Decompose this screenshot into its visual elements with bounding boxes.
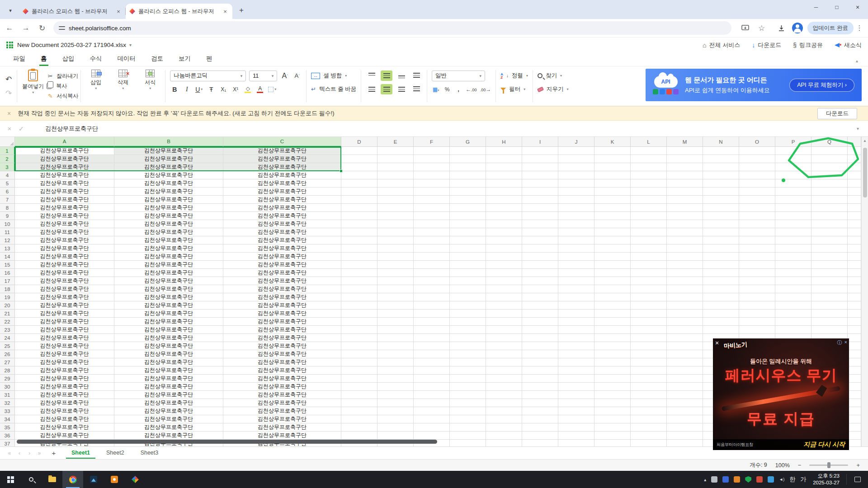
cell[interactable]: 김천상무프로축구단	[114, 391, 223, 399]
cell[interactable]	[522, 432, 558, 440]
cell[interactable]	[558, 334, 594, 342]
clear-chevron-icon[interactable]	[566, 87, 568, 91]
cell[interactable]: 김천상무프로축구단	[114, 350, 223, 358]
cell[interactable]	[631, 326, 667, 334]
cell[interactable]	[739, 261, 775, 269]
cell[interactable]	[450, 391, 486, 399]
cell[interactable]	[775, 326, 811, 334]
cell[interactable]	[811, 220, 848, 228]
cell[interactable]: 김천상무프로축구단	[223, 342, 341, 350]
cell[interactable]	[703, 228, 739, 236]
cell[interactable]	[739, 147, 775, 155]
menu-item-보기[interactable]: 보기	[171, 52, 198, 66]
cell[interactable]: 김천상무프로축구단	[223, 171, 341, 179]
cell[interactable]	[594, 415, 631, 423]
cell[interactable]	[414, 204, 450, 212]
address-bar[interactable]: sheet.polarisoffice.com	[53, 21, 731, 35]
cell[interactable]	[558, 366, 594, 375]
ad-cta-badge[interactable]: 지금 다시 시작	[803, 441, 845, 449]
cell[interactable]	[631, 423, 667, 432]
cell[interactable]	[341, 188, 377, 196]
cell[interactable]	[594, 350, 631, 358]
cell[interactable]: 김천상무프로축구단	[15, 228, 114, 236]
cell[interactable]	[703, 163, 739, 171]
formula-input[interactable]: 김천상무프로축구단	[45, 125, 98, 133]
vertical-scrollbar[interactable]	[861, 137, 868, 446]
bold-button[interactable]: B	[170, 84, 179, 94]
polaris-app-button[interactable]	[125, 471, 146, 488]
cell[interactable]	[450, 236, 486, 244]
merge-cells-button[interactable]: 셀 병합	[323, 72, 342, 80]
cell[interactable]: 김천상무프로축구단	[223, 350, 341, 358]
ad-banner[interactable]: ⓘ 마비노기 돌아온 밀레시안을 위해 페러시우스 무기 무료 지급 처음부터아…	[713, 338, 849, 450]
cell[interactable]	[341, 301, 377, 310]
first-sheet-icon[interactable]	[5, 450, 14, 456]
cell[interactable]	[522, 375, 558, 383]
cell[interactable]: 김천상무프로축구단	[114, 228, 223, 236]
fill-handle[interactable]	[340, 169, 343, 173]
cell[interactable]	[341, 350, 377, 358]
cell[interactable]: 김천상무프로축구단	[223, 155, 341, 163]
row-header[interactable]: 17	[0, 277, 15, 285]
cell[interactable]	[414, 423, 450, 432]
install-app-icon[interactable]	[739, 21, 752, 35]
cell[interactable]	[377, 366, 414, 375]
cell[interactable]: 김천상무프로축구단	[114, 415, 223, 423]
cell[interactable]	[775, 269, 811, 277]
cell[interactable]	[522, 269, 558, 277]
cell[interactable]	[775, 155, 811, 163]
row-header[interactable]: 20	[0, 301, 15, 310]
cell[interactable]	[486, 285, 522, 293]
format-chevron-icon[interactable]	[149, 88, 151, 89]
cell[interactable]	[775, 228, 811, 236]
cell[interactable]	[667, 399, 703, 407]
cell[interactable]: 김천상무프로축구단	[15, 334, 114, 342]
cell[interactable]	[522, 301, 558, 310]
cell[interactable]	[594, 212, 631, 220]
cell[interactable]	[594, 366, 631, 375]
cell[interactable]	[703, 301, 739, 310]
cell[interactable]	[811, 261, 848, 269]
cell[interactable]	[667, 171, 703, 179]
zoom-out-button[interactable]	[798, 462, 802, 469]
new-tab-button[interactable]	[235, 4, 248, 17]
last-sheet-icon[interactable]	[34, 450, 44, 456]
cell[interactable]: 김천상무프로축구단	[223, 244, 341, 253]
cell[interactable]	[377, 188, 414, 196]
cell[interactable]	[558, 147, 594, 155]
row-header[interactable]: 25	[0, 342, 15, 350]
cell[interactable]	[522, 440, 558, 446]
align-center-button[interactable]	[381, 84, 392, 94]
cell[interactable]	[522, 277, 558, 285]
cell[interactable]	[594, 383, 631, 391]
cell[interactable]: 김천상무프로축구단	[114, 399, 223, 407]
cell[interactable]	[486, 318, 522, 326]
cell[interactable]	[377, 277, 414, 285]
cell[interactable]	[377, 171, 414, 179]
cell[interactable]	[486, 228, 522, 236]
collapse-ribbon-icon[interactable]	[851, 56, 863, 66]
cell[interactable]	[377, 310, 414, 318]
ime-indicator[interactable]: 한	[789, 475, 795, 483]
comma-button[interactable]: ,	[454, 86, 462, 93]
cell[interactable]	[341, 163, 377, 171]
cell[interactable]: 김천상무프로축구단	[223, 399, 341, 407]
notice-close-icon[interactable]	[7, 110, 11, 117]
cell[interactable]	[486, 350, 522, 358]
cell[interactable]	[775, 261, 811, 269]
horizontal-scrollbar[interactable]	[17, 440, 437, 444]
cell[interactable]	[631, 155, 667, 163]
cell[interactable]	[341, 326, 377, 334]
cell[interactable]	[450, 196, 486, 204]
column-header[interactable]: F	[414, 137, 450, 147]
cell[interactable]: 김천상무프로축구단	[114, 334, 223, 342]
cell[interactable]	[450, 228, 486, 236]
cell[interactable]	[703, 326, 739, 334]
find-chevron-icon[interactable]	[560, 74, 562, 78]
cell[interactable]	[558, 277, 594, 285]
find-button[interactable]: 찾기	[546, 72, 557, 80]
cell[interactable]	[667, 342, 703, 350]
cell[interactable]: 김천상무프로축구단	[15, 253, 114, 261]
cell[interactable]	[775, 301, 811, 310]
cell[interactable]	[522, 399, 558, 407]
